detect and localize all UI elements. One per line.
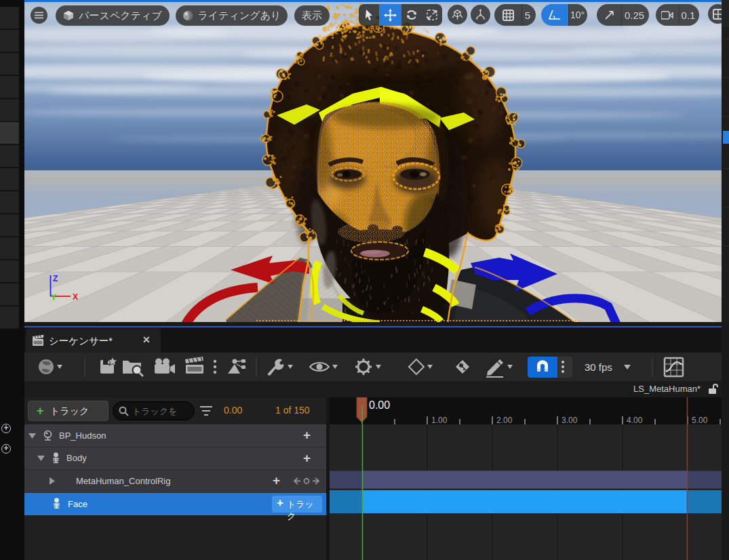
svg-text:4.00: 4.00 bbox=[627, 416, 643, 425]
svg-text:30 fps: 30 fps bbox=[585, 361, 612, 373]
svg-text:Z: Z bbox=[53, 274, 58, 283]
svg-text:3.00: 3.00 bbox=[561, 416, 578, 425]
svg-text:5.00: 5.00 bbox=[692, 416, 708, 425]
svg-text:2.00: 2.00 bbox=[496, 416, 513, 425]
svg-text:1.00: 1.00 bbox=[431, 416, 448, 425]
svg-text:X: X bbox=[73, 292, 78, 302]
svg-text:Y: Y bbox=[51, 293, 56, 302]
